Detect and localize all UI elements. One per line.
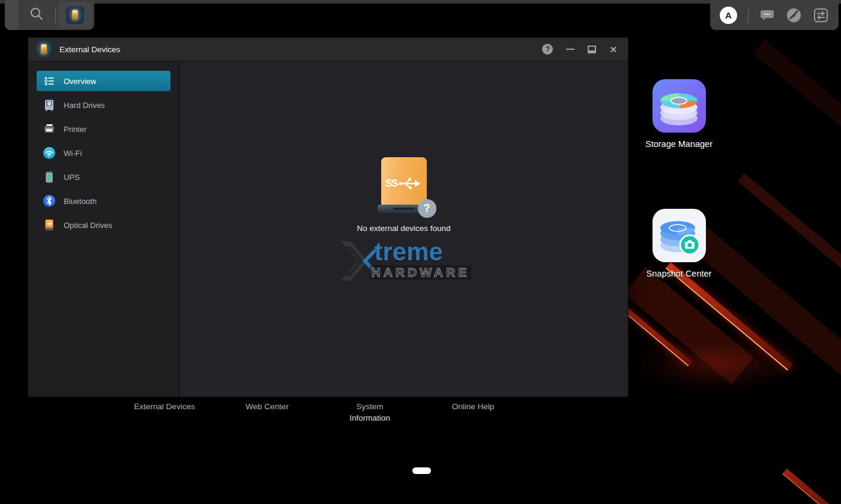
taskbar-left xyxy=(5,0,94,30)
usb-card: SS xyxy=(381,157,427,206)
window-title: External Devices xyxy=(59,45,535,54)
taskbar-left-edge xyxy=(5,0,18,30)
window-title-icon xyxy=(35,41,52,58)
minimize-button[interactable] xyxy=(566,49,574,50)
storage-manager-icon xyxy=(652,79,707,133)
window-titlebar[interactable]: External Devices ? ✕ xyxy=(28,38,628,61)
sidebar-item-printer[interactable]: Printer xyxy=(37,119,170,139)
desktop-icon-label-web-center[interactable]: Web Center xyxy=(225,401,309,412)
activity-monitor-icon[interactable] xyxy=(786,7,802,23)
overview-list-icon xyxy=(43,74,56,88)
close-button[interactable]: ✕ xyxy=(609,45,617,54)
usb-trident-icon xyxy=(398,176,422,191)
search-button[interactable] xyxy=(18,0,55,30)
maximize-button[interactable] xyxy=(588,46,596,53)
taskbar-right: A xyxy=(710,0,839,30)
question-badge: ? xyxy=(418,199,436,218)
desktop-icon-label-external-devices[interactable]: External Devices xyxy=(122,401,206,412)
snapshot-center-icon xyxy=(652,208,707,263)
sidebar-item-overview[interactable]: Overview xyxy=(37,71,170,91)
home-indicator-pill[interactable] xyxy=(412,467,431,474)
ups-battery-icon xyxy=(43,170,56,184)
desktop-icon-label: Storage Manager xyxy=(645,139,713,149)
desktop-icon-snapshot-center[interactable]: Snapshot Center xyxy=(634,208,724,278)
taskbar-divider xyxy=(55,7,56,23)
sidebar-item-label: Printer xyxy=(64,125,86,134)
sidebar-item-bluetooth[interactable]: Bluetooth xyxy=(37,191,170,211)
user-avatar[interactable]: A xyxy=(720,7,737,24)
xtreme-hardware-watermark: treme HARDWARE xyxy=(341,240,467,282)
sidebar-item-label: Optical Drives xyxy=(64,221,112,230)
sidebar-item-hard-drives[interactable]: Hard Drives xyxy=(37,95,170,115)
sidebar-item-ups[interactable]: UPS xyxy=(37,167,170,187)
wallpaper-streak xyxy=(753,40,841,134)
hard-drive-icon xyxy=(43,98,56,112)
printer-icon xyxy=(43,122,56,136)
notifications-chat-icon[interactable] xyxy=(759,8,775,22)
sidebar-item-label: Overview xyxy=(64,77,96,86)
sidebar-item-label: Wi-Fi xyxy=(64,149,82,158)
sidebar-item-label: Bluetooth xyxy=(64,197,97,206)
taskbar-divider xyxy=(748,7,749,23)
desktop-icon-label-system-information[interactable]: System Information xyxy=(341,401,399,424)
sidebar-item-wifi[interactable]: Wi-Fi xyxy=(37,143,170,163)
ss-usb-logo-text: SS xyxy=(385,178,398,190)
sidebar-item-label: Hard Drives xyxy=(64,101,105,110)
desktop-icon-label: Snapshot Center xyxy=(647,269,712,278)
external-devices-app-icon xyxy=(66,6,84,24)
wallpaper-streak xyxy=(782,469,841,504)
taskbar-app-external-devices[interactable] xyxy=(58,2,92,28)
desktop-icon-storage-manager[interactable]: Storage Manager xyxy=(634,79,724,149)
external-devices-window: External Devices ? ✕ xyxy=(28,37,628,397)
help-button[interactable]: ? xyxy=(542,44,553,55)
window-sidebar: Overview Hard Drives xyxy=(28,61,179,397)
sidebar-item-label: UPS xyxy=(64,173,80,182)
desktop-icon-label-online-help[interactable]: Online Help xyxy=(431,401,515,412)
usb-device-graphic: SS ? xyxy=(375,157,433,214)
watermark-treme-text: treme xyxy=(375,238,443,266)
preferences-icon[interactable] xyxy=(813,7,829,23)
sidebar-item-optical-drives[interactable]: Optical Drives xyxy=(37,215,170,235)
window-content: SS ? No external d xyxy=(179,61,628,397)
search-icon xyxy=(29,6,44,24)
optical-drive-icon xyxy=(43,218,56,232)
bluetooth-icon xyxy=(43,194,56,208)
wifi-icon xyxy=(43,146,56,160)
watermark-hardware-text: HARDWARE xyxy=(370,265,472,280)
empty-state-text: No external devices found xyxy=(357,224,450,233)
